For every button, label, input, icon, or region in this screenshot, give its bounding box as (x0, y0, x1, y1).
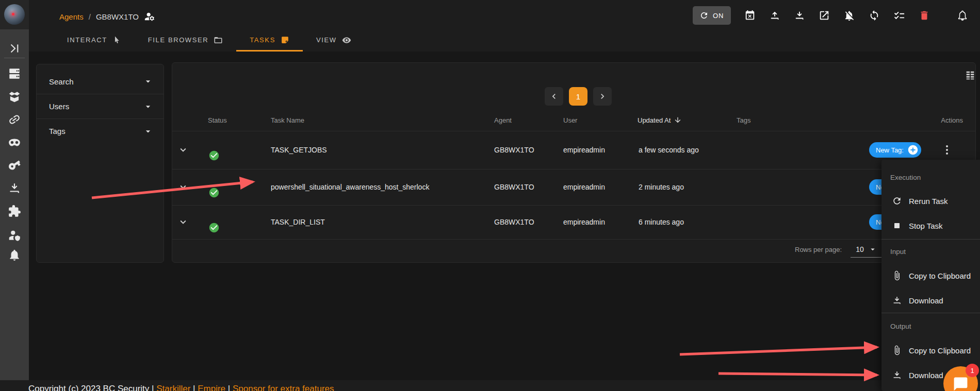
refresh-icon (699, 11, 709, 20)
menu-item-output-copy-label: Copy to Clipboard (909, 346, 971, 355)
pagination-next-button[interactable] (593, 87, 612, 106)
rows-per-page-label: Rows per page: (795, 246, 842, 253)
pagination-page-1[interactable]: 1 (569, 87, 587, 106)
caret-down-icon (868, 245, 877, 254)
sidebar-item-downloads-icon[interactable] (8, 181, 21, 195)
tab-interact[interactable]: INTERACT (54, 30, 135, 52)
filter-users-accordion[interactable]: Users (37, 94, 164, 118)
delete-icon[interactable] (919, 10, 930, 21)
user-cell: empireadmin (563, 183, 605, 191)
pagination: 1 (545, 87, 612, 106)
tab-tasks[interactable]: TASKS (236, 30, 303, 52)
column-header-agent[interactable]: Agent (494, 116, 512, 124)
breadcrumb-separator: / (89, 12, 91, 21)
menu-item-output-download-label: Download (909, 371, 943, 380)
menu-item-output-copy[interactable]: Copy to Clipboard (881, 339, 980, 362)
top-bar: Agents / GB8WX1TO INTERACT FILE BROWSER … (29, 0, 980, 52)
filters-panel: Search Users Tags (36, 64, 164, 263)
rerun-icon (892, 196, 902, 206)
chevron-down-icon (143, 126, 153, 137)
menu-section-execution: Execution (890, 174, 921, 181)
updated-at-cell: 2 minutes ago (639, 183, 684, 191)
sidebar-item-users-icon[interactable] (8, 229, 21, 242)
new-tag-label: New Tag: (876, 146, 904, 154)
sponsor-link[interactable]: Sponsor for extra features (233, 384, 334, 391)
auto-refresh-toggle[interactable]: ON (693, 6, 731, 25)
filter-users-label: Users (49, 102, 69, 111)
menu-item-input-download-label: Download (909, 296, 943, 305)
task-actions-menu: Execution Rerun Task Stop Task Input Cop… (881, 160, 980, 391)
stop-icon (892, 220, 902, 231)
filter-tags-accordion[interactable]: Tags (37, 118, 164, 143)
page-footer: Copyright (c) 2023 BC Security | Starkil… (0, 380, 980, 391)
column-header-tags-label: Tags (737, 116, 750, 124)
row-actions-kebab[interactable] (944, 143, 950, 157)
upload-icon[interactable] (769, 10, 780, 21)
chat-bubble-icon (953, 376, 969, 391)
empire-link[interactable]: Empire (198, 384, 225, 391)
tab-tasks-label: TASKS (250, 36, 275, 44)
mute-notifications-icon[interactable] (843, 10, 855, 22)
rows-per-page-select[interactable]: 10 (851, 241, 883, 258)
notifications-bell-icon[interactable] (957, 10, 968, 21)
updated-at-cell: a few seconds ago (639, 146, 699, 154)
arrow-to-output-download (718, 373, 877, 375)
column-header-agent-label: Agent (494, 116, 512, 124)
sidebar-item-agents-mask-icon[interactable] (8, 136, 21, 149)
sidebar-item-stagers-icon[interactable] (8, 90, 21, 104)
column-header-updated-at[interactable]: Updated At (638, 116, 682, 124)
folder-icon (214, 36, 223, 45)
pagination-prev-button[interactable] (545, 87, 563, 106)
expand-row-icon[interactable] (177, 144, 189, 156)
menu-item-rerun-task[interactable]: Rerun Task (881, 190, 980, 212)
manage-agent-icon[interactable] (144, 11, 155, 22)
download-icon[interactable] (794, 10, 805, 21)
sidebar-item-credentials-key-icon[interactable] (5, 156, 24, 174)
sidebar-item-notifications-icon[interactable] (8, 248, 21, 262)
sidebar-item-link-icon[interactable] (5, 110, 24, 129)
breadcrumb: Agents / GB8WX1TO (59, 10, 155, 23)
tab-view-label: VIEW (316, 36, 337, 44)
sync-icon[interactable] (869, 10, 880, 21)
sidebar-item-listeners-icon[interactable] (8, 67, 21, 80)
column-header-actions-label: Actions (941, 116, 963, 124)
updated-at-cell: 6 minutes ago (639, 218, 684, 226)
task-checklist-icon[interactable] (893, 10, 905, 22)
starkiller-logo (4, 4, 25, 25)
open-external-icon[interactable] (819, 10, 830, 21)
column-settings-icon[interactable] (965, 70, 976, 81)
tab-view[interactable]: VIEW (303, 30, 365, 52)
tasks-table: 1 Status Task Name Agent User Updated At… (172, 62, 976, 263)
footer-separator: | (228, 384, 230, 391)
menu-item-input-copy[interactable]: Copy to Clipboard (881, 264, 980, 287)
user-cell: empireadmin (563, 146, 605, 154)
tab-file-browser-label: FILE BROWSER (148, 36, 208, 44)
footer-separator: | (193, 384, 195, 391)
menu-item-input-download[interactable]: Download (881, 289, 980, 312)
column-header-status[interactable]: Status (208, 116, 227, 124)
arrow-to-output-copy (680, 347, 877, 354)
menu-item-stop-label: Stop Task (909, 222, 943, 230)
user-cell: empireadmin (563, 218, 605, 226)
starkiller-link[interactable]: Starkiller (156, 384, 190, 391)
column-header-user[interactable]: User (563, 116, 577, 124)
new-tag-button[interactable]: New Tag: (869, 142, 921, 158)
download-icon (892, 295, 902, 305)
clear-queue-calendar-icon[interactable] (744, 10, 756, 21)
column-header-tags[interactable]: Tags (737, 116, 750, 124)
column-header-task-name[interactable]: Task Name (271, 116, 304, 124)
chat-unread-badge: 1 (966, 364, 979, 377)
sidebar-expand-icon[interactable] (8, 42, 21, 55)
menu-item-input-copy-label: Copy to Clipboard (909, 271, 971, 280)
filter-search-accordion[interactable]: Search (37, 69, 164, 94)
expand-row-icon[interactable] (177, 216, 189, 228)
tab-file-browser[interactable]: FILE BROWSER (135, 30, 236, 52)
chevron-right-icon (597, 91, 608, 101)
menu-item-stop-task[interactable]: Stop Task (881, 214, 980, 237)
breadcrumb-agents-link[interactable]: Agents (59, 12, 84, 21)
eye-icon (342, 36, 351, 45)
column-header-user-label: User (563, 116, 577, 124)
expand-row-icon[interactable] (177, 181, 189, 193)
chevron-down-icon (143, 101, 153, 112)
sidebar-item-plugins-icon[interactable] (8, 205, 21, 218)
